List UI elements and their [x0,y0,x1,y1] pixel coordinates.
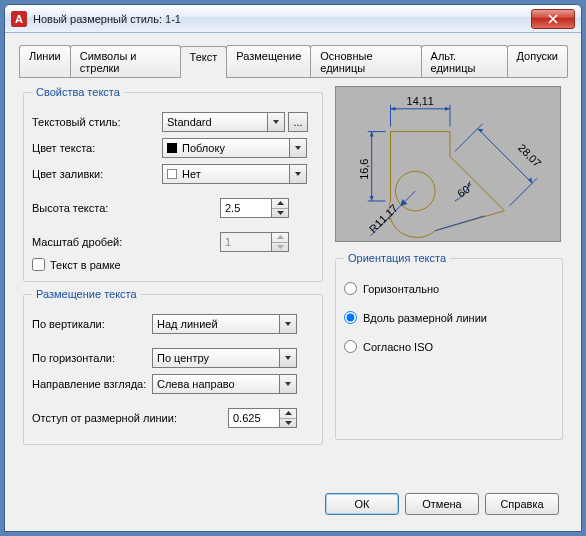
ok-button[interactable]: ОК [325,493,399,515]
input-offset[interactable] [228,408,280,428]
label-text-height: Высота текста: [32,202,220,214]
combo-text-style[interactable]: Standard [162,112,285,132]
label-text-color: Цвет текста: [32,142,162,154]
tab-lines[interactable]: Линии [19,45,71,77]
label-fill-color: Цвет заливки: [32,168,162,180]
combo-horizontal-value: По центру [152,348,280,368]
input-fraction-scale [220,232,272,252]
text-style-browse-button[interactable]: ... [288,112,308,132]
svg-line-16 [435,216,485,231]
radio-horizontal-label: Горизонтально [363,283,439,295]
cancel-button[interactable]: Отмена [405,493,479,515]
combo-text-color[interactable]: Поблоку [162,138,307,158]
radio-along-line[interactable]: Вдоль размерной линии [344,311,554,324]
combo-direction[interactable]: Слева направо [152,374,297,394]
label-fraction-scale: Масштаб дробей: [32,236,220,248]
radio-along-line-input[interactable] [344,311,357,324]
combo-fill-color[interactable]: Нет [162,164,307,184]
combo-vertical-value: Над линией [152,314,280,334]
checkbox-text-frame-input[interactable] [32,258,45,271]
svg-text:14,11: 14,11 [407,95,434,107]
help-button[interactable]: Справка [485,493,559,515]
tab-symbols[interactable]: Символы и стрелки [70,45,181,77]
svg-text:16,6: 16,6 [358,159,370,180]
combo-text-color-value: Поблоку [182,142,225,154]
close-button[interactable] [531,9,575,29]
radio-iso-label: Согласно ISO [363,341,433,353]
chevron-down-icon [268,112,285,132]
svg-text:R11,17: R11,17 [367,202,400,235]
svg-text:28,07: 28,07 [516,141,544,169]
preview-drawing-icon: 14,11 16,6 28,07 R11,17 60° [336,87,560,242]
radio-horizontal[interactable]: Горизонтально [344,282,554,295]
dimension-preview: 14,11 16,6 28,07 R11,17 60° [335,86,561,242]
radio-along-line-label: Вдоль размерной линии [363,312,487,324]
color-swatch-icon [167,143,177,153]
chevron-down-icon [290,164,307,184]
dialog-footer: ОК Отмена Справка [19,483,567,521]
group-text-placement: Размещение текста По вертикали: Над лини… [23,288,323,445]
chevron-down-icon [280,374,297,394]
spinner-fraction-scale[interactable] [220,232,289,252]
app-icon: A [11,11,27,27]
tab-placement-tab[interactable]: Размещение [226,45,311,77]
tab-text[interactable]: Текст [180,46,228,78]
group-text-properties: Свойства текста Текстовый стиль: Standar… [23,86,323,282]
window-title: Новый размерный стиль: 1-1 [33,13,531,25]
tab-strip: Линии Символы и стрелки Текст Размещение… [19,45,567,78]
group-text-orientation: Ориентация текста Горизонтально Вдоль ра… [335,252,563,440]
titlebar: A Новый размерный стиль: 1-1 [5,5,581,33]
combo-fill-color-value: Нет [182,168,201,180]
label-direction: Направление взгляда: [32,378,152,390]
legend-text-placement: Размещение текста [32,288,141,300]
svg-line-10 [509,178,537,206]
checkbox-text-frame-label: Текст в рамке [50,259,121,271]
spinner-buttons [272,232,289,252]
legend-text-properties: Свойства текста [32,86,124,98]
color-swatch-none-icon [167,169,177,179]
tab-alt-units[interactable]: Альт. единицы [421,45,508,77]
client-area: Линии Символы и стрелки Текст Размещение… [5,33,581,531]
spinner-buttons[interactable] [272,198,289,218]
label-horizontal: По горизонтали: [32,352,152,364]
combo-text-style-value: Standard [162,112,268,132]
combo-vertical[interactable]: Над линией [152,314,297,334]
tab-panel-text: Свойства текста Текстовый стиль: Standar… [19,78,567,483]
chevron-down-icon [280,314,297,334]
label-vertical: По вертикали: [32,318,152,330]
legend-text-orientation: Ориентация текста [344,252,450,264]
radio-horizontal-input[interactable] [344,282,357,295]
spinner-text-height[interactable] [220,198,289,218]
dialog-window: A Новый размерный стиль: 1-1 Линии Симво… [4,4,582,532]
combo-direction-value: Слева направо [152,374,280,394]
tab-tolerances[interactable]: Допуски [507,45,568,77]
input-text-height[interactable] [220,198,272,218]
chevron-down-icon [280,348,297,368]
svg-line-9 [455,124,483,152]
label-text-style: Текстовый стиль: [32,116,162,128]
chevron-down-icon [290,138,307,158]
radio-iso-input[interactable] [344,340,357,353]
svg-text:60°: 60° [455,180,475,199]
spinner-buttons[interactable] [280,408,297,428]
combo-horizontal[interactable]: По центру [152,348,297,368]
checkbox-text-frame[interactable]: Текст в рамке [32,258,314,271]
radio-iso[interactable]: Согласно ISO [344,340,554,353]
close-icon [548,14,558,24]
tab-primary-units[interactable]: Основные единицы [310,45,421,77]
label-offset: Отступ от размерной линии: [32,412,228,424]
spinner-offset[interactable] [228,408,297,428]
